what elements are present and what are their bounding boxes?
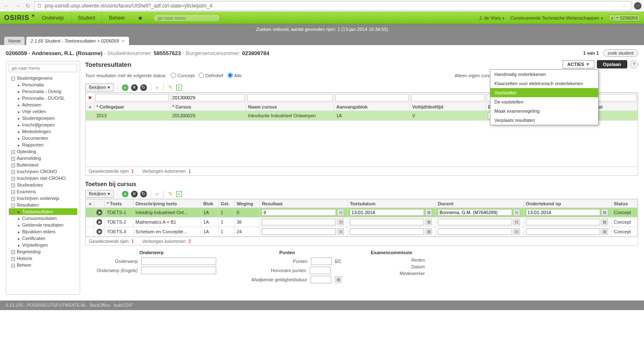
tree-vrijstellingen[interactable]: Vrijstellingen — [9, 242, 77, 248]
radio-concept[interactable]: Concept — [171, 73, 194, 78]
menu-devaststellen[interactable]: De-vaststellen — [490, 97, 598, 106]
tree-studentgegevens[interactable]: −Studentgegevens — [9, 75, 77, 81]
filter-icon[interactable]: ▿ — [155, 84, 159, 91]
bookmark-star-icon[interactable]: ☆ — [620, 3, 629, 9]
col-ondertekend[interactable]: Ondertekend op — [523, 199, 611, 208]
lov-icon[interactable]: ▤ — [513, 209, 520, 216]
excel-icon-2[interactable]: x — [176, 191, 182, 197]
col-toetsdatum[interactable]: Toetsdatum — [348, 199, 436, 208]
tree-adressen[interactable]: Adressen — [9, 101, 77, 108]
tree-documenten[interactable]: Documenten — [9, 135, 77, 141]
extension-icon[interactable]: ⋯ — [634, 2, 641, 10]
lov-icon[interactable]: ▤ — [337, 209, 344, 216]
filter-cursus[interactable] — [171, 94, 245, 101]
toetsdatum-input[interactable] — [350, 228, 424, 235]
tree-rapporten[interactable]: Rapporten — [9, 141, 77, 148]
tree-begeleiding[interactable]: +Begeleiding — [9, 248, 77, 255]
help-button[interactable]: ? — [630, 60, 638, 68]
docent-input[interactable] — [438, 228, 512, 235]
col-toets[interactable]: * Toets — [105, 199, 134, 208]
calendar-icon[interactable]: ▦ — [601, 209, 608, 216]
nav-search-input[interactable] — [153, 14, 220, 22]
tree-studentgroepen[interactable]: Studentgroepen — [9, 115, 77, 121]
col-omschrijving[interactable]: Omschrijving toets — [133, 199, 201, 208]
student-id-box[interactable]: s ▾ 0206059 — [609, 15, 640, 21]
calendar-icon[interactable]: ▦ — [601, 228, 608, 235]
tree-studieadvies[interactable]: +Studieadvies — [9, 182, 77, 188]
col-cursus[interactable]: * Cursus — [170, 103, 246, 111]
tree-personalia-overig[interactable]: Personalia - Overig — [9, 88, 77, 95]
resultaat-input[interactable] — [262, 228, 336, 235]
zoek-student-button[interactable]: zoek student — [603, 49, 638, 57]
tree-toetsresultaten[interactable]: Toetsresultaten — [9, 208, 77, 215]
inp-geldigheid[interactable] — [311, 276, 331, 283]
tab-close-icon[interactable]: ✕ — [121, 39, 125, 43]
col-blok[interactable]: Blok — [201, 199, 219, 208]
col-voltijd[interactable]: Voltijd/deeltijd — [410, 103, 486, 111]
tree-personalia-duo[interactable]: Personalia - DUO/SL — [9, 95, 77, 101]
filter-icon-2[interactable]: ▿ — [155, 191, 159, 197]
calendar-icon[interactable]: ▦ — [335, 276, 341, 283]
tree-inschrijven-onderwijs[interactable]: +Inschrijven onderwijs — [9, 195, 77, 202]
toetsdatum-input[interactable] — [350, 219, 424, 225]
calendar-icon[interactable]: ▦ — [425, 209, 432, 216]
nav-favorite-icon[interactable]: ★ — [132, 15, 149, 21]
user-menu[interactable]: J. de Vries — [479, 15, 505, 20]
ondertekend-input[interactable] — [526, 219, 600, 225]
tree-bijvakken-elders[interactable]: Bijvakken elders — [9, 228, 77, 235]
inp-onderwerp[interactable] — [141, 257, 216, 265]
radio-alle[interactable]: Alle — [227, 73, 242, 78]
tree-opleiding[interactable]: +Opleiding — [9, 148, 77, 155]
toetsdatum-input[interactable] — [350, 209, 424, 216]
inp-punten[interactable] — [311, 257, 332, 265]
tree-inschrijven-niet-croho[interactable]: +Inschrijven niet CROHO — [9, 175, 77, 182]
tree-beheer[interactable]: +Beheer — [9, 262, 77, 268]
tab-active[interactable]: 2.1.65 Student - Toetsresultaten > 02060… — [26, 37, 129, 45]
back-icon[interactable]: ← — [3, 3, 11, 9]
col-naam[interactable]: Naam cursus — [246, 103, 334, 111]
clear-filter-icon[interactable]: ✖ — [86, 93, 94, 103]
tree-aanmelding[interactable]: +Aanmelding — [9, 155, 77, 162]
filter-blok[interactable] — [335, 94, 409, 101]
tree-historie[interactable]: +Historie — [9, 255, 77, 262]
acties-button[interactable]: ACTIES▼ — [563, 60, 594, 68]
docent-input[interactable] — [438, 219, 512, 225]
tree-inschrijfgroepen[interactable]: Inschrijfgroepen — [9, 121, 77, 128]
bekijken-button[interactable]: Bekijken ▾ — [85, 83, 114, 91]
faculty-menu[interactable]: Construerende Technische Wetenschappen — [510, 15, 603, 20]
col-status[interactable]: Status — [611, 199, 637, 208]
nav-onderwijs[interactable]: Onderwijs — [35, 12, 71, 24]
ondertekend-input[interactable] — [526, 209, 600, 216]
tree-cursusresultaten[interactable]: Cursusresultaten — [9, 215, 77, 222]
tab-home[interactable]: Home — [4, 37, 25, 45]
tree-personalia[interactable]: Personalia — [9, 81, 77, 88]
bekijken-button-2[interactable]: Bekijken ▾ — [85, 190, 114, 198]
nav-student[interactable]: Student — [71, 12, 102, 24]
refresh-icon-2[interactable]: ↻ — [140, 191, 147, 197]
tree-certificaten[interactable]: Certificaten — [9, 235, 77, 242]
grid2-row[interactable]: ➤TOETS-3Schetsen en Conceptte...1A124 ▤ … — [86, 227, 638, 237]
inp-onderwerp-en[interactable] — [141, 267, 216, 274]
calendar-icon[interactable]: ▦ — [601, 219, 608, 225]
col-docent[interactable]: Docent — [436, 199, 524, 208]
add-icon-2[interactable]: + — [122, 191, 129, 197]
refresh-icon[interactable]: ↻ — [140, 84, 147, 91]
menu-examenregeling[interactable]: Maak examenregeling — [490, 106, 598, 116]
excel-icon[interactable]: x — [176, 85, 182, 91]
expand-icon[interactable]: ➤ — [96, 229, 102, 235]
menu-vaststellen[interactable]: Vaststellen — [490, 88, 598, 97]
lov-icon[interactable]: ▤ — [337, 219, 344, 225]
delete-icon[interactable]: ✕ — [131, 84, 138, 91]
resultaat-input[interactable] — [262, 219, 336, 225]
tree-resultaten[interactable]: −Resultaten — [9, 202, 77, 208]
docent-input[interactable] — [438, 209, 512, 216]
lov-icon[interactable]: ▤ — [337, 228, 344, 235]
tree-examens[interactable]: +Examens — [9, 188, 77, 195]
forward-icon[interactable]: → — [13, 3, 22, 9]
menu-handmatig[interactable]: Handmatig ondertekenen — [490, 70, 598, 79]
sort-icon[interactable]: ▵ — [86, 103, 94, 111]
resultaat-input[interactable] — [262, 209, 336, 216]
wand-icon-2[interactable]: ✎ — [167, 191, 174, 197]
inp-honoraire[interactable] — [310, 267, 331, 274]
wand-icon[interactable]: ✎ — [167, 84, 174, 91]
